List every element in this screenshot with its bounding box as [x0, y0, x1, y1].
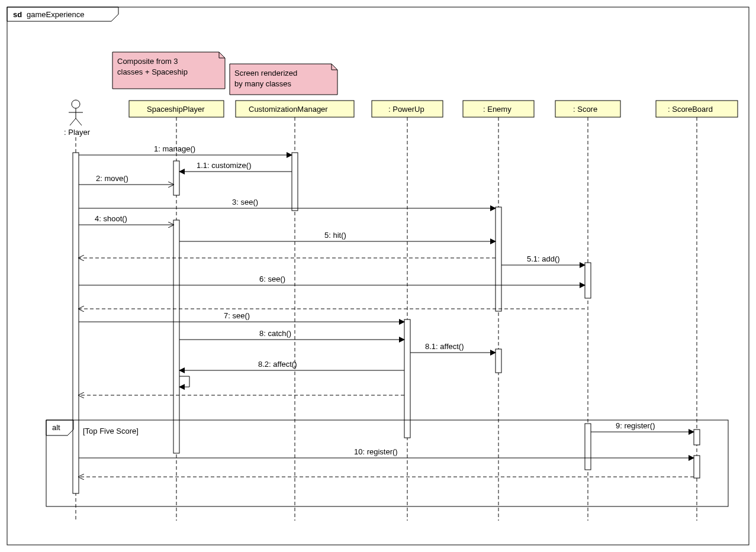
msg-8-1-affect: 8.1: affect() — [410, 342, 496, 353]
message-label: 8.2: affect() — [258, 360, 297, 369]
svg-rect-33 — [46, 420, 728, 506]
activation-spaceship-a — [173, 161, 179, 195]
activation-player — [73, 153, 79, 493]
msg-9-register: 9: register() — [591, 421, 694, 432]
message-label: 2: move() — [96, 174, 128, 183]
message-label: 1: manage() — [154, 144, 195, 153]
message-label: 10: register() — [354, 447, 398, 456]
message-label: 5.1: add() — [527, 254, 560, 263]
activation-enemy — [496, 207, 501, 311]
lifeline-label: : ScoreBoard — [668, 105, 713, 114]
lifeline-label: : Score — [573, 105, 597, 114]
sequence-diagram: sd gameExperience Composite from 3 class… — [0, 0, 756, 552]
message-label: 3: see() — [232, 198, 258, 206]
activation-spaceship-b — [173, 220, 179, 453]
msg-1-manage: 1: manage() — [79, 144, 292, 155]
activation-score-a — [585, 263, 591, 298]
svg-line-4 — [76, 118, 82, 125]
message-label: 9: register() — [616, 421, 655, 430]
lifeline-label: SpaceshipPlayer — [147, 105, 205, 114]
message-label: 5: hit() — [324, 231, 346, 240]
actor-label: : Player — [64, 128, 91, 137]
note-spaceship: Composite from 3 classes + Spaceship — [112, 52, 225, 89]
frame-title: gameExperience — [27, 10, 85, 19]
activation-sb-a — [694, 430, 700, 445]
msg-7-see: 7: see() — [79, 311, 404, 322]
alt-guard: [Top Five Score] — [83, 427, 139, 435]
message-label: 1.1: customize() — [197, 161, 251, 170]
note-text: by many classes — [234, 79, 292, 88]
lifeline-label: CustomizationManager — [249, 105, 328, 114]
msg-8-2-affect: 8.2: affect() — [179, 360, 404, 370]
msg-4-shoot: 4: shoot() — [79, 214, 173, 225]
note-text: classes + Spaceship — [117, 67, 188, 76]
msg-2-move: 2: move() — [79, 174, 173, 185]
message-label: 8: catch() — [259, 329, 291, 338]
note-text: Screen renderized — [234, 69, 297, 78]
frame-prefix: sd — [13, 10, 22, 19]
lifeline-label: : PowerUp — [388, 105, 424, 114]
msg-1-1-customize: 1.1: customize() — [179, 161, 292, 172]
activation-sb-b — [694, 456, 700, 478]
svg-point-0 — [72, 100, 80, 108]
note-text: Composite from 3 — [117, 57, 178, 66]
msg-6-see: 6: see() — [79, 275, 585, 285]
note-screen: Screen renderized by many classes — [230, 64, 337, 95]
self-return-spaceship — [179, 376, 189, 387]
activation-custmgr — [292, 153, 298, 211]
msg-8-catch: 8: catch() — [179, 329, 404, 340]
message-label: 4: shoot() — [95, 214, 127, 223]
alt-label: alt — [52, 423, 60, 432]
activation-score-b — [585, 424, 591, 470]
alt-fragment: alt [Top Five Score] — [46, 420, 728, 506]
msg-5-hit: 5: hit() — [179, 231, 496, 241]
svg-line-3 — [70, 118, 76, 125]
msg-3-see: 3: see() — [79, 198, 496, 208]
lifeline-label: : Enemy — [483, 105, 511, 114]
msg-5-1-add: 5.1: add() — [501, 254, 585, 265]
message-label: 8.1: affect() — [425, 342, 464, 351]
message-label: 6: see() — [259, 275, 285, 283]
activation-enemy-b — [496, 349, 501, 373]
message-label: 7: see() — [224, 311, 250, 320]
msg-10-register: 10: register() — [79, 447, 694, 458]
